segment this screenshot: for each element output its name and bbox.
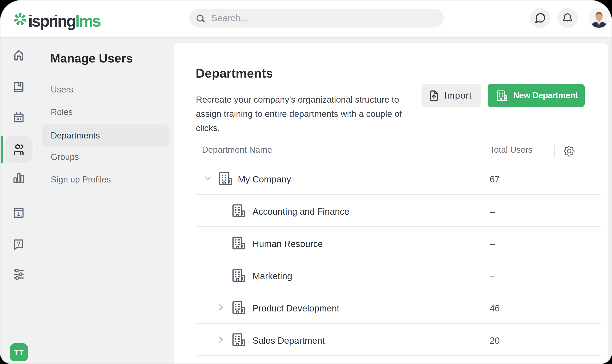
department-name: Marketing (253, 271, 292, 281)
avatar-photo (589, 8, 609, 28)
page-description: Recreate your company's organizational s… (196, 92, 417, 135)
page-title: Departments (196, 66, 273, 80)
sidebar-title: Manage Users (50, 51, 133, 65)
user-avatar[interactable] (589, 8, 609, 28)
rail-item-info-panel[interactable] (5, 199, 32, 226)
total-users-value: – (490, 271, 495, 281)
svg-text:?: ? (17, 240, 21, 247)
sidebar-item-departments[interactable]: Departments (42, 125, 169, 147)
department-name: Sales Department (253, 336, 325, 346)
bar-chart-icon (12, 171, 26, 185)
chevron-down-icon[interactable] (204, 175, 212, 182)
building-icon (232, 269, 245, 282)
sliders-icon (12, 267, 26, 281)
chevron-right-icon[interactable] (217, 304, 225, 311)
building-icon (232, 333, 245, 346)
rail-item-calendar[interactable] (5, 104, 32, 131)
ispring-flower-icon (14, 13, 26, 26)
building-icon (232, 301, 245, 314)
search-input[interactable]: Search... (189, 9, 444, 27)
top-bar: ispringlms Search... (0, 0, 612, 38)
building-icon (497, 90, 507, 101)
new-department-button[interactable]: New Department (488, 84, 585, 107)
calendar-icon (12, 111, 26, 124)
home-icon (12, 48, 26, 62)
nav-rail: ? (0, 38, 38, 364)
rail-item-home[interactable] (5, 41, 32, 69)
department-row[interactable]: Human Resource– (197, 227, 601, 259)
total-users-value: – (490, 239, 495, 249)
rail-item-users[interactable] (5, 136, 32, 163)
table-settings-gear-icon[interactable] (564, 145, 574, 157)
total-users-value: 46 (490, 303, 500, 313)
rail-item-help-bubble[interactable]: ? (5, 231, 32, 258)
app-window: ispringlms Search... ? Manage Users User… (0, 0, 612, 364)
content-card: Departments Recreate your company's orga… (174, 43, 608, 364)
table-body: My Company67Accounting and Finance–Human… (197, 162, 601, 356)
actions-row: Import New Department (422, 84, 585, 107)
department-name: Human Resource (253, 239, 323, 249)
search-placeholder: Search... (211, 13, 248, 24)
chat-icon (534, 12, 546, 24)
sidebar-item-groups[interactable]: Groups (42, 146, 169, 168)
column-total-users[interactable]: Total Users (490, 145, 532, 155)
header-divider (554, 145, 555, 158)
department-row[interactable]: Product Development46 (197, 291, 601, 324)
department-name: Product Development (253, 303, 339, 313)
ispring-lms-logo[interactable]: ispringlms (14, 0, 100, 37)
file-upload-icon (427, 89, 440, 102)
total-users-value: 20 (490, 336, 500, 346)
total-users-value: – (490, 207, 495, 217)
book-icon (12, 80, 26, 94)
users-icon (12, 143, 26, 156)
notifications-button[interactable] (557, 8, 578, 28)
info-panel-icon (12, 206, 26, 220)
department-name: Accounting and Finance (253, 207, 349, 217)
sidebar-item-sign-up-profiles[interactable]: Sign up Profiles (42, 169, 169, 191)
sidebar-item-roles[interactable]: Roles (42, 101, 169, 123)
rail-item-book[interactable] (5, 73, 32, 101)
messages-button[interactable] (530, 8, 550, 28)
secondary-sidebar: Manage Users UsersRolesDepartmentsGroups… (38, 38, 174, 364)
help-bubble-icon: ? (12, 237, 26, 251)
rail-item-sliders[interactable] (5, 260, 32, 288)
rail-item-bar-chart[interactable] (5, 164, 32, 192)
sidebar-item-users[interactable]: Users (42, 78, 169, 101)
building-icon (232, 204, 245, 217)
table-header: Department Name Total Users (197, 142, 601, 162)
department-name: My Company (238, 174, 291, 184)
department-row[interactable]: Marketing– (197, 259, 601, 291)
logo-wordmark: ispringlms (28, 13, 100, 29)
chevron-right-icon[interactable] (217, 336, 225, 343)
department-row[interactable]: My Company67 (197, 162, 601, 195)
import-button[interactable]: Import (422, 84, 481, 107)
active-nav-indicator (1, 136, 3, 163)
building-icon (232, 237, 245, 249)
total-users-value: 67 (490, 174, 500, 184)
column-department-name[interactable]: Department Name (202, 145, 272, 155)
workspace-badge[interactable]: TT (10, 343, 28, 361)
department-row[interactable]: Sales Department20 (197, 324, 601, 356)
search-icon (195, 13, 206, 24)
building-icon (219, 172, 232, 185)
bell-icon (561, 12, 574, 24)
department-row[interactable]: Accounting and Finance– (197, 195, 601, 227)
